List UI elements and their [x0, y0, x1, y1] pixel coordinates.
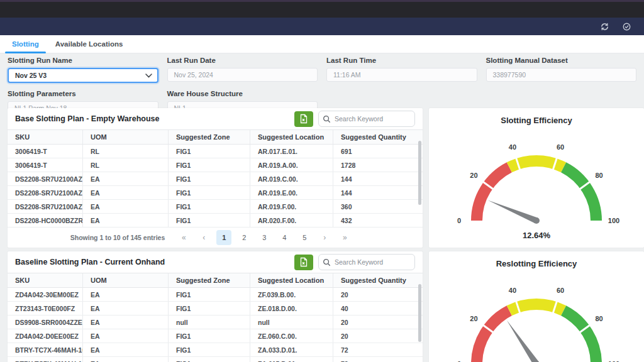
refresh-icon[interactable] — [600, 22, 609, 31]
table-cell: 691 — [333, 145, 423, 158]
search-input[interactable] — [333, 114, 399, 123]
export-excel-button[interactable] — [294, 111, 313, 127]
slotting-manual-dataset-input[interactable]: 338977590 — [486, 68, 637, 82]
table-row[interactable]: ZD4A042-D0EE00EZEAFIG1ZE.060.C.00.20 — [8, 329, 423, 343]
table-cell: FIG1 — [169, 357, 250, 362]
table-row[interactable]: ZD4A042-30EM00EZEAFIG1ZF.039.B.00.20 — [8, 288, 423, 302]
search-box[interactable] — [318, 111, 415, 127]
svg-text:80: 80 — [595, 315, 602, 322]
last-run-time-input[interactable]: 11:16 AM — [326, 68, 477, 82]
title-bar — [0, 2, 644, 18]
baseline-slotting-plan-card: Baseline Slotting Plan - Current Onhand — [8, 251, 423, 362]
column-header[interactable]: Suggested Zone — [169, 273, 250, 287]
page-button-4[interactable]: 4 — [277, 230, 292, 245]
field-label: Last Run Date — [167, 57, 318, 64]
table-cell: 72 — [333, 357, 423, 362]
tab-bar: Slotting Available Locations — [0, 35, 644, 53]
page-button-3[interactable]: 3 — [257, 230, 272, 245]
last-run-date-input[interactable]: Nov 25, 2024 — [167, 68, 318, 82]
slotting-efficiency-card: Slotting Efficiency 02040608010012.64% — [429, 108, 644, 248]
table-cell: EA — [83, 357, 169, 362]
table-cell: DS2208-SR7U2100AZW — [8, 186, 83, 199]
table-cell: EA — [83, 343, 169, 356]
gauge-value-label: 12.64% — [523, 231, 551, 240]
column-header[interactable]: SKU — [8, 273, 83, 287]
tab-slotting[interactable]: Slotting — [4, 40, 47, 53]
column-header[interactable]: UOM — [83, 130, 169, 144]
search-icon — [323, 258, 331, 266]
page-button-1[interactable]: 1 — [216, 230, 231, 245]
search-input[interactable] — [333, 258, 399, 266]
table-row[interactable]: DS2208-SR7U2100AZWEAFIG1AR.019.E.00.144 — [8, 186, 423, 200]
table-row[interactable]: 3006419-TRLFIG1AR.019.A.00.1728 — [8, 158, 423, 172]
table-cell: AR.019.E.00. — [250, 186, 333, 199]
column-header[interactable]: Suggested Location — [250, 130, 333, 144]
svg-text:100: 100 — [608, 217, 619, 224]
check-circle-icon[interactable] — [622, 22, 631, 31]
table-cell: FIG1 — [169, 172, 250, 185]
table-cell: 20 — [333, 315, 423, 329]
table-cell: ZD4A042-30EM00EZ — [8, 288, 83, 301]
tab-available-locations[interactable]: Available Locations — [47, 40, 131, 53]
main-content: Slotting Run Name Nov 25 V3 Last Run Dat… — [0, 53, 644, 362]
table-cell: 20 — [333, 288, 423, 301]
first-page-button[interactable]: « — [176, 230, 191, 245]
vertical-scrollbar[interactable] — [418, 284, 421, 342]
column-header[interactable]: UOM — [83, 273, 169, 287]
table-cell: AR.017.E.01. — [250, 145, 333, 158]
field-last-run-date: Last Run Date Nov 25, 2024 — [167, 55, 318, 83]
pagination-summary: Showing 1 to 10 of 145 entries — [70, 234, 165, 241]
table-cell: DS2208-HC0000BZZRW — [8, 214, 83, 227]
column-header[interactable]: Suggested Quantity — [333, 130, 423, 144]
selected-value: Nov 25 V3 — [15, 72, 47, 79]
table-cell: DS2208-SR7U2100AZW — [8, 200, 83, 213]
table-cell: ZE.060.C.00. — [250, 329, 333, 343]
table-row[interactable]: BTRY-TC7X-46MAH-10EAFIG1ZA.033.D.01.72 — [8, 343, 423, 357]
table-cell: 20 — [333, 329, 423, 343]
table-cell: FIG1 — [169, 186, 250, 199]
gauge-title: Reslotting Efficiency — [429, 259, 644, 268]
table-row[interactable]: DS9908-SRR0004ZZEUEAnullnull20 — [8, 315, 423, 329]
table-cell: 360 — [333, 200, 423, 213]
page-button-5[interactable]: 5 — [297, 230, 312, 245]
table-cell: EA — [83, 200, 169, 213]
card-header: Base Slotting Plan - Empty Warehouse — [8, 108, 423, 129]
next-page-button[interactable]: › — [317, 230, 332, 245]
svg-text:80: 80 — [595, 172, 602, 179]
table-cell: FIG1 — [169, 343, 250, 356]
table-cell: RL — [83, 158, 169, 172]
previous-page-button[interactable]: ‹ — [196, 230, 211, 245]
column-header[interactable]: Suggested Quantity — [333, 273, 423, 287]
table-row[interactable]: 3006419-TRLFIG1AR.017.E.01.691 — [8, 145, 423, 158]
vertical-scrollbar[interactable] — [418, 141, 421, 205]
last-page-button[interactable]: » — [337, 230, 352, 245]
search-box[interactable] — [318, 254, 415, 270]
slotting-run-name-select[interactable]: Nov 25 V3 — [8, 68, 158, 83]
column-header[interactable]: SKU — [8, 130, 83, 144]
table-header-row: SKUUOMSuggested ZoneSuggested LocationSu… — [8, 273, 423, 288]
column-header[interactable]: Suggested Zone — [169, 130, 250, 144]
table-cell: ZE.018.D.00. — [250, 302, 333, 315]
export-excel-button[interactable] — [294, 255, 313, 270]
table-cell: ZA.033.D.01. — [250, 343, 333, 356]
table-row[interactable]: DS2208-SR7U2100AZWEAFIG1AR.019.F.00.360 — [8, 200, 423, 214]
page-button-2[interactable]: 2 — [236, 230, 252, 245]
svg-text:60: 60 — [557, 143, 564, 151]
table-row[interactable]: DS2208-HC0000BZZRWEAFIG1AR.020.F.00.432 — [8, 214, 423, 228]
card-header: Baseline Slotting Plan - Current Onhand — [8, 251, 423, 273]
column-header[interactable]: Suggested Location — [250, 273, 333, 287]
form-section: Slotting Run Name Nov 25 V3 Last Run Dat… — [8, 55, 636, 115]
table-cell: EA — [83, 302, 169, 315]
table-cell: ZT23143-T0E000FZ — [8, 302, 83, 315]
table-cell: 40 — [333, 302, 423, 315]
table-row[interactable]: BTRY-TC7X-46MAH-10EAFIG1ZA.015.D.01.72 — [8, 357, 423, 362]
table-row[interactable]: DS2208-SR7U2100AZWEAFIG1AR.019.C.00.144 — [8, 172, 423, 186]
field-label: Slotting Manual Dataset — [486, 57, 637, 64]
table-cell: null — [250, 315, 333, 329]
file-export-icon — [299, 114, 308, 124]
field-slotting-manual-dataset: Slotting Manual Dataset 338977590 — [486, 55, 637, 83]
table-row[interactable]: ZT23143-T0E000FZEAFIG1ZE.018.D.00.40 — [8, 302, 423, 315]
table-body: ZD4A042-30EM00EZEAFIG1ZF.039.B.00.20ZT23… — [8, 288, 423, 362]
app-bar — [0, 18, 644, 35]
table-cell: BTRY-TC7X-46MAH-10 — [8, 343, 83, 356]
